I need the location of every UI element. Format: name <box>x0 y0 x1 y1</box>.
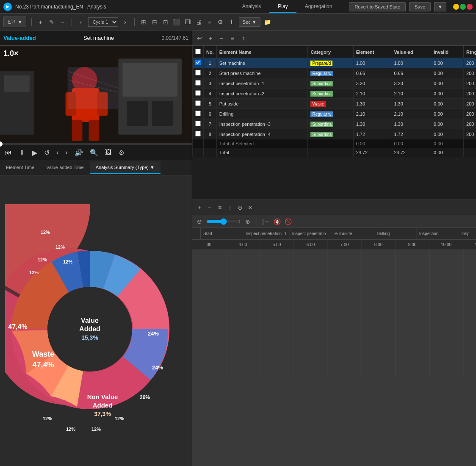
bottom-remove-button[interactable]: − <box>206 204 213 211</box>
edit-button[interactable]: ✎ <box>48 18 55 26</box>
bottom-align-button[interactable]: ≡ <box>216 204 224 211</box>
settings-icon[interactable]: ⚙ <box>217 18 224 26</box>
title-bar: ▶ No.23 Part manufacturing_EN - Analysis… <box>0 0 476 14</box>
zoom-in-video-button[interactable]: 🔍 <box>88 148 100 158</box>
bottom-sort-button[interactable]: ↕ <box>226 204 234 211</box>
total-selected-value: 0.00 <box>391 139 431 148</box>
save-dropdown[interactable]: ▼ <box>434 2 446 11</box>
row-checkbox[interactable] <box>195 111 201 116</box>
value-added-time-tab[interactable]: Value-added Time <box>40 161 89 174</box>
tab-play[interactable]: Play <box>269 1 296 13</box>
pause-button[interactable]: ⏸ <box>17 148 27 157</box>
row-element: 3.20 <box>353 78 391 89</box>
row-checkbox[interactable] <box>195 60 201 65</box>
cycle-dropdown[interactable]: Cycle 1 <box>88 17 118 27</box>
bottom-add-button[interactable]: + <box>196 204 203 211</box>
align-button[interactable]: ≡ <box>229 34 236 42</box>
tab-analysis[interactable]: Analysis <box>234 1 270 13</box>
add-row-button[interactable]: + <box>207 34 214 42</box>
save-button[interactable]: Save <box>409 2 431 11</box>
total-selected-label: Total of Selected <box>216 139 308 148</box>
prev-cycle-button[interactable]: ‹ <box>77 18 85 26</box>
row-checkbox-cell[interactable] <box>193 109 204 119</box>
bottom-filter-button[interactable]: ⊖ <box>236 204 244 211</box>
table-row[interactable]: 2 Start press machine Regular w 0.66 0.6… <box>193 68 476 78</box>
sort-button[interactable]: ↕ <box>240 34 247 42</box>
remove-row-button[interactable]: − <box>218 34 225 42</box>
row-element-name: Inspection penetration -3 <box>216 119 308 129</box>
revert-button[interactable]: Revert to Saved State <box>349 2 406 11</box>
timeline-grid <box>192 250 476 377</box>
full-view-icon[interactable]: ⬛ <box>173 18 180 26</box>
timeline-col-label: Inspect penetration -1 <box>243 228 290 239</box>
svg-rect-6 <box>72 120 83 141</box>
remove-button[interactable]: − <box>59 18 66 26</box>
row-checkbox[interactable] <box>195 90 201 96</box>
zoom-slider[interactable] <box>207 218 241 225</box>
table-row[interactable]: 6 Drilling Regular w 2.10 2.10 0.00 200 … <box>193 109 476 119</box>
row-checkbox-cell[interactable] <box>193 58 204 68</box>
next-frame-button[interactable]: › <box>64 148 69 157</box>
snap-button[interactable]: |→ <box>262 218 270 225</box>
hide-icon[interactable]: 🚫 <box>284 218 292 225</box>
step-back-button[interactable]: ⏮ <box>3 148 14 157</box>
prev-frame-button[interactable]: ‹ <box>55 148 60 157</box>
table-row[interactable]: 5 Put aside Waste 1.30 1.30 0.00 200 2.6… <box>193 99 476 109</box>
time-label: 9.00 <box>396 240 429 250</box>
analysis-summary-tab[interactable]: Analysis Summary (Type) ▼ <box>90 161 161 174</box>
filmstrip-icon[interactable]: 🎞 <box>184 18 191 26</box>
row-checkbox-cell[interactable] <box>193 99 204 109</box>
table-row[interactable]: 1 Set machine Prepare/d 1.00 1.00 0.00 2… <box>193 58 476 68</box>
bottom-cancel-button[interactable]: ✕ <box>246 204 254 211</box>
row-checkbox-cell[interactable] <box>193 129 204 139</box>
row-checkbox-cell[interactable] <box>193 89 204 99</box>
row-checkbox[interactable] <box>195 121 201 126</box>
row-checkbox-cell[interactable] <box>193 119 204 129</box>
table-row[interactable]: 8 Inspection penetration -4 Subordina 1.… <box>193 129 476 139</box>
next-cycle-button[interactable]: › <box>122 18 129 26</box>
total-label: Total <box>216 148 308 157</box>
view-selector[interactable]: ビ-1 ▼ <box>3 17 26 27</box>
select-all-checkbox[interactable] <box>195 49 201 54</box>
split-view-icon[interactable]: ⊟ <box>151 18 158 26</box>
settings-video-button[interactable]: ⚙ <box>117 148 126 158</box>
row-checkbox-cell[interactable] <box>193 68 204 78</box>
zoom-out-button[interactable]: ⊖ <box>196 218 203 225</box>
play-button[interactable]: ▶ <box>30 148 39 158</box>
loop-button[interactable]: ↺ <box>42 148 51 158</box>
volume-button[interactable]: 🔊 <box>73 148 85 158</box>
row-invalid: 0.00 <box>431 89 464 99</box>
video-progress-bar[interactable] <box>0 143 192 145</box>
row-rtng: 200 <box>464 68 476 78</box>
print-icon[interactable]: 🖨 <box>195 18 202 26</box>
list-icon[interactable]: ≡ <box>206 18 213 26</box>
info-icon[interactable]: ℹ <box>228 18 235 26</box>
zoom-in-button[interactable]: ⊕ <box>244 218 252 225</box>
row-element: 1.30 <box>353 119 391 129</box>
undo-button[interactable]: ↩ <box>196 34 203 42</box>
element-time-tab[interactable]: Element Time <box>0 161 40 174</box>
row-checkbox-cell[interactable] <box>193 78 204 89</box>
add-view-button[interactable]: + <box>37 18 44 26</box>
total-selected-row: Total of Selected 0.00 0.00 0.00 0.00 <box>193 139 476 148</box>
maximize-button[interactable] <box>460 4 466 10</box>
table-wrapper[interactable]: No. Element Name Category Element Value-… <box>192 46 476 200</box>
tab-aggregation[interactable]: Aggregation <box>296 1 341 13</box>
table-row[interactable]: 7 Inspection penetration -3 Subordina 1.… <box>193 119 476 129</box>
row-checkbox[interactable] <box>195 131 201 136</box>
sec-button[interactable]: Sec ▼ <box>239 17 260 27</box>
col-element-name: Element Name <box>216 46 308 58</box>
row-checkbox[interactable] <box>195 100 201 106</box>
folder-icon[interactable]: 📁 <box>264 18 271 26</box>
mute-icon[interactable]: 🔇 <box>273 218 281 225</box>
table-row[interactable]: 3 Inspect penetration -1 Subordina 3.20 … <box>193 78 476 89</box>
value-added-percent: 15,3% <box>81 334 98 341</box>
minimize-button[interactable] <box>453 4 459 10</box>
row-checkbox[interactable] <box>195 70 201 75</box>
grid-view-icon[interactable]: ⊞ <box>140 18 147 26</box>
table-row[interactable]: 4 Inspect penetration -2 Subordina 2.10 … <box>193 89 476 99</box>
close-button[interactable] <box>467 4 473 10</box>
snapshot-button[interactable]: 🖼 <box>103 148 113 157</box>
panel-view-icon[interactable]: ⊡ <box>162 18 169 26</box>
row-checkbox[interactable] <box>195 80 201 86</box>
